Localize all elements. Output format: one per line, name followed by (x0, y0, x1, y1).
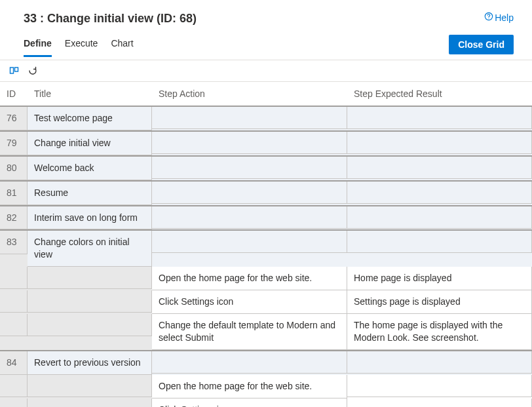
cell-title[interactable]: Welcome back (28, 157, 152, 180)
toolbar (0, 60, 532, 82)
cell-expected[interactable] (347, 182, 532, 204)
cell-expected[interactable] (347, 231, 532, 253)
close-grid-button[interactable]: Close Grid (449, 35, 514, 54)
col-expected[interactable]: Step Expected Result (347, 82, 532, 106)
svg-rect-2 (10, 68, 14, 73)
table-row[interactable]: 79Change initial view (0, 131, 532, 156)
cell-expected[interactable]: Home page is displayed (347, 267, 532, 290)
table-row[interactable]: Open the home page for the web site.Home… (0, 267, 532, 290)
cell-title[interactable]: Resume (28, 182, 152, 205)
cell-action[interactable] (152, 107, 347, 129)
cell-expected[interactable] (347, 107, 532, 129)
tab-execute[interactable]: Execute (65, 38, 98, 57)
cell-expected[interactable]: The home page is displayed with the Mode… (347, 314, 532, 350)
table-row[interactable]: 84Revert to previous version (0, 351, 532, 375)
cell-expected[interactable]: Settings page is displayed (347, 290, 532, 314)
cell-action[interactable]: Click Settings icon (152, 290, 347, 314)
cell-expected[interactable] (347, 132, 532, 154)
tab-define[interactable]: Define (24, 38, 52, 57)
cell-expected[interactable] (347, 206, 532, 229)
col-title[interactable]: Title (28, 82, 152, 106)
cell-title[interactable]: Revert to previous version (28, 351, 152, 375)
cell-id[interactable]: 76 (0, 107, 28, 130)
grid-table: ID Title Step Action Step Expected Resul… (0, 82, 532, 407)
cell-action[interactable] (152, 351, 347, 374)
cell-action[interactable] (152, 182, 347, 204)
help-label: Help (495, 12, 514, 23)
table-row[interactable]: 82Interim save on long form (0, 206, 532, 231)
cell-id[interactable] (0, 267, 28, 289)
cell-id[interactable] (0, 398, 28, 407)
tab-chart[interactable]: Chart (111, 38, 133, 57)
cell-expected[interactable] (347, 157, 532, 179)
cell-id[interactable]: 84 (0, 351, 28, 375)
cell-title[interactable]: Test welcome page (28, 107, 152, 130)
cell-id[interactable] (0, 290, 28, 313)
cell-title[interactable]: Interim save on long form (28, 206, 152, 230)
cell-expected[interactable] (347, 351, 532, 374)
cell-id[interactable] (0, 375, 28, 397)
svg-rect-3 (15, 68, 18, 71)
table-row[interactable]: 83Change colors on initial view (0, 230, 532, 267)
cell-title[interactable] (28, 375, 152, 397)
cell-title[interactable] (28, 290, 152, 313)
table-row[interactable]: Click Settings iconSettings page is disp… (0, 290, 532, 314)
page-title: 33 : Change initial view (ID: 68) (24, 12, 197, 26)
refresh-icon[interactable] (28, 66, 38, 76)
cell-action[interactable]: Change the default template to Modern an… (152, 314, 347, 350)
cell-action[interactable] (152, 157, 347, 179)
cell-action[interactable]: Open the home page for the web site. (152, 375, 347, 398)
cell-id[interactable] (0, 314, 28, 336)
table-row[interactable]: Open the home page for the web site. (0, 375, 532, 398)
col-action[interactable]: Step Action (152, 82, 347, 106)
table-row[interactable]: 76Test welcome page (0, 106, 532, 131)
cell-expected[interactable] (347, 375, 532, 397)
cell-expected[interactable] (347, 398, 532, 407)
table-row[interactable]: 81Resume (0, 181, 532, 206)
cell-action[interactable] (152, 231, 347, 253)
cell-id[interactable]: 80 (0, 157, 28, 180)
cell-title[interactable]: Change colors on initial view (28, 231, 152, 267)
cell-action[interactable] (152, 206, 347, 229)
cell-action[interactable]: Open the home page for the web site. (152, 267, 347, 290)
cell-title[interactable] (28, 314, 152, 336)
cell-id[interactable]: 82 (0, 206, 28, 230)
cell-action[interactable]: Click Settings icon. (152, 398, 347, 407)
cell-id[interactable]: 81 (0, 182, 28, 205)
tab-list: Define Execute Chart (24, 38, 134, 56)
column-options-icon[interactable] (9, 66, 20, 76)
cell-title[interactable] (28, 267, 152, 289)
table-row[interactable]: Click Settings icon. (0, 398, 532, 407)
table-row[interactable]: Change the default template to Modern an… (0, 314, 532, 351)
cell-action[interactable] (152, 132, 347, 154)
help-link[interactable]: Help (484, 12, 514, 23)
svg-point-1 (489, 18, 489, 19)
help-icon (484, 12, 493, 23)
col-id[interactable]: ID (0, 82, 28, 106)
cell-title[interactable]: Change initial view (28, 132, 152, 155)
cell-id[interactable]: 79 (0, 132, 28, 155)
table-row[interactable]: 80Welcome back (0, 156, 532, 181)
cell-id[interactable]: 83 (0, 231, 28, 254)
cell-title[interactable] (28, 398, 152, 407)
